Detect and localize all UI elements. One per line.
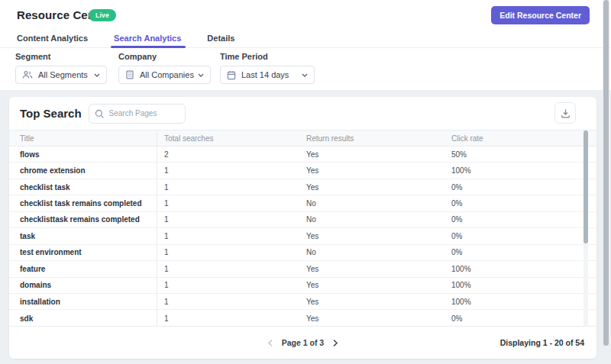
building-icon — [125, 70, 134, 79]
cell-total-searches: 1 — [157, 314, 299, 323]
displaying-count: Displaying 1 - 20 of 54 — [500, 338, 584, 347]
segment-select[interactable]: All Segments — [15, 66, 107, 84]
table-row: sdk 1 Yes 0% — [9, 310, 596, 326]
cell-click-rate: 100% — [444, 265, 596, 273]
cell-return-results: Yes — [299, 298, 444, 306]
cell-total-searches: 1 — [157, 232, 299, 240]
time-period-select[interactable]: Last 14 days — [220, 66, 315, 84]
cell-click-rate: 100% — [444, 298, 596, 306]
cell-return-results: Yes — [299, 166, 444, 175]
table-row: chrome extension 1 Yes 100% — [9, 163, 596, 179]
edit-resource-center-button[interactable]: Edit Resource Center — [491, 6, 590, 24]
chevron-right-icon — [332, 339, 338, 347]
segment-label: Segment — [15, 52, 107, 61]
cell-click-rate: 0% — [444, 199, 596, 208]
chevron-down-icon — [302, 73, 308, 77]
previous-page-button[interactable] — [266, 337, 275, 349]
cell-click-rate: 0% — [444, 248, 596, 256]
time-period-value: Last 14 days — [241, 70, 302, 79]
chevron-down-icon — [94, 73, 100, 77]
cell-title: flows — [9, 150, 157, 159]
panel-title: Top Search — [20, 107, 82, 120]
download-button[interactable] — [554, 102, 576, 124]
cell-return-results: Yes — [299, 281, 444, 289]
time-period-filter: Time Period Last 14 days — [220, 52, 315, 84]
column-header-click-rate: Click rate — [444, 134, 596, 143]
company-value: All Companies — [140, 70, 198, 79]
tab-details[interactable]: Details — [205, 31, 236, 47]
cell-click-rate: 0% — [444, 183, 596, 192]
header-row: Resource Center Live Edit Resource Cente… — [0, 0, 611, 31]
panel-header: Top Search — [9, 97, 596, 130]
company-label: Company — [118, 52, 211, 61]
table-row: checklist task remains completed 1 No 0% — [9, 195, 596, 211]
cell-return-results: No — [299, 248, 444, 256]
tab-bar: Content Analytics Search Analytics Detai… — [0, 31, 611, 48]
cell-return-results: Yes — [299, 232, 444, 240]
cell-total-searches: 1 — [157, 199, 299, 208]
segment-filter: Segment All Segments — [15, 52, 107, 84]
cell-click-rate: 50% — [444, 150, 596, 159]
cell-title: checklisttask remains completed — [9, 215, 157, 224]
table-body: flows 2 Yes 50% chrome extension 1 Yes 1… — [9, 147, 596, 327]
table-scrollbar[interactable] — [584, 130, 588, 326]
company-select[interactable]: All Companies — [118, 66, 211, 84]
cell-total-searches: 1 — [157, 248, 299, 256]
cell-title: feature — [9, 265, 157, 273]
tab-search-analytics[interactable]: Search Analytics — [112, 31, 183, 47]
cell-click-rate: 100% — [444, 281, 596, 289]
cell-title: chrome extension — [9, 166, 157, 175]
cell-return-results: No — [299, 215, 444, 224]
cell-return-results: Yes — [299, 314, 444, 323]
cell-click-rate: 100% — [444, 166, 596, 175]
cell-return-results: No — [299, 199, 444, 208]
table-row: feature 1 Yes 100% — [9, 261, 596, 277]
table-scrollbar-thumb[interactable] — [584, 130, 588, 243]
table-row: installation 1 Yes 100% — [9, 294, 596, 310]
table-header: Title Total searches Return results Clic… — [9, 130, 596, 147]
cell-title: task — [9, 232, 157, 240]
cell-return-results: Yes — [299, 183, 444, 192]
filters-row: Segment All Segments Company — [0, 52, 315, 84]
table-row: flows 2 Yes 50% — [9, 147, 596, 163]
cell-click-rate: 0% — [444, 215, 596, 224]
table-row: checklist task 1 Yes 0% — [9, 179, 596, 195]
page-indicator: Page 1 of 3 — [282, 338, 324, 347]
cell-title: checklist task remains completed — [9, 199, 157, 208]
cell-title: test environment — [9, 248, 157, 256]
page-scrollbar-thumb[interactable] — [603, 0, 609, 346]
pagination: Page 1 of 3 Displaying 1 - 20 of 54 — [9, 327, 596, 359]
top-section: Resource Center Live Edit Resource Cente… — [0, 0, 611, 90]
column-header-title: Title — [9, 134, 157, 143]
cell-total-searches: 1 — [157, 281, 299, 289]
next-page-button[interactable] — [331, 337, 340, 349]
cell-title: installation — [9, 298, 157, 306]
table-row: checklisttask remains completed 1 No 0% — [9, 212, 596, 228]
cell-click-rate: 0% — [444, 232, 596, 240]
cell-return-results: Yes — [299, 150, 444, 159]
search-wrap — [89, 104, 186, 124]
table-row: domains 1 Yes 100% — [9, 278, 596, 294]
cell-total-searches: 2 — [157, 150, 299, 159]
cell-total-searches: 1 — [157, 215, 299, 224]
status-badge: Live — [89, 9, 116, 21]
cell-return-results: Yes — [299, 265, 444, 273]
cell-title: checklist task — [9, 183, 157, 192]
table-row: test environment 1 No 0% — [9, 245, 596, 261]
cell-total-searches: 1 — [157, 183, 299, 192]
users-icon — [22, 70, 33, 79]
column-divider — [157, 130, 157, 327]
chevron-down-icon — [198, 73, 204, 77]
cell-total-searches: 1 — [157, 166, 299, 175]
cell-click-rate: 0% — [444, 314, 596, 323]
tab-content-analytics[interactable]: Content Analytics — [15, 31, 89, 47]
download-icon — [561, 108, 571, 118]
company-filter: Company All Companies — [118, 52, 211, 84]
time-period-label: Time Period — [220, 52, 315, 61]
page-scrollbar[interactable] — [603, 0, 609, 364]
table-row: task 1 Yes 0% — [9, 228, 596, 244]
segment-value: All Segments — [38, 70, 94, 79]
cell-total-searches: 1 — [157, 298, 299, 306]
cell-total-searches: 1 — [157, 265, 299, 273]
calendar-icon — [227, 70, 236, 80]
